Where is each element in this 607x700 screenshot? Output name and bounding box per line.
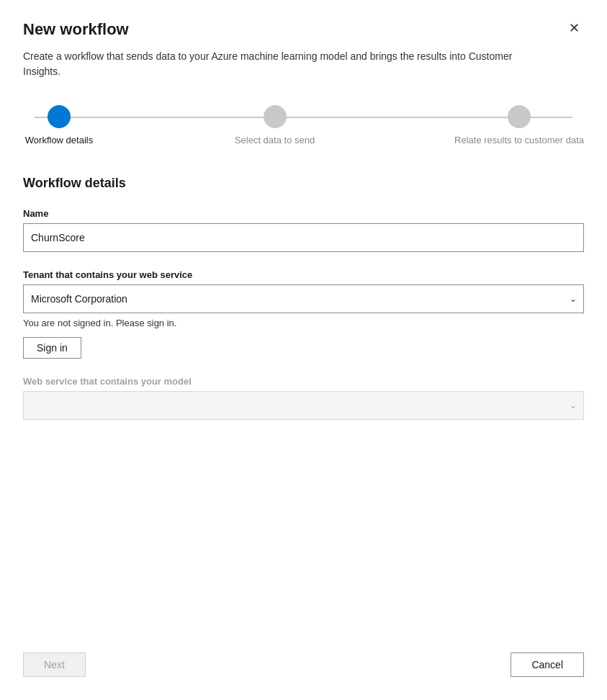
stepper: Workflow details Select data to send Rel…: [23, 105, 584, 147]
step-2-label: Select data to send: [235, 134, 315, 147]
tenant-select-wrapper: Microsoft Corporation ⌄: [23, 284, 584, 313]
step-2-circle: [264, 105, 287, 128]
step-1: Workflow details: [23, 105, 95, 147]
new-workflow-dialog: New workflow ✕ Create a workflow that se…: [0, 0, 607, 700]
step-1-label: Workflow details: [25, 134, 93, 147]
stepper-steps: Workflow details Select data to send Rel…: [23, 105, 584, 147]
step-3: Relate results to customer data: [454, 105, 584, 147]
name-input[interactable]: [23, 223, 584, 252]
web-service-field-group: Web service that contains your model ⌄: [23, 376, 584, 420]
tenant-field-group: Tenant that contains your web service Mi…: [23, 269, 584, 359]
dialog-footer: Next Cancel: [23, 629, 584, 677]
tenant-select[interactable]: Microsoft Corporation: [23, 284, 584, 313]
sign-in-notice: You are not signed in. Please sign in.: [23, 318, 584, 328]
next-button[interactable]: Next: [23, 652, 86, 677]
name-field-group: Name: [23, 208, 584, 252]
step-3-label: Relate results to customer data: [454, 134, 584, 147]
web-service-select-wrapper: ⌄: [23, 391, 584, 420]
cancel-button[interactable]: Cancel: [511, 652, 584, 677]
section-title: Workflow details: [23, 176, 584, 191]
dialog-description: Create a workflow that sends data to you…: [23, 49, 513, 79]
web-service-label: Web service that contains your model: [23, 376, 584, 387]
close-button[interactable]: ✕: [565, 20, 584, 36]
name-label: Name: [23, 208, 584, 219]
step-3-circle: [508, 105, 531, 128]
dialog-header: New workflow ✕: [23, 20, 584, 39]
step-1-circle: [48, 105, 71, 128]
dialog-title: New workflow: [23, 20, 129, 39]
step-2: Select data to send: [235, 105, 315, 147]
web-service-select: [23, 391, 584, 420]
form-section: Workflow details Name Tenant that contai…: [23, 176, 584, 437]
tenant-label: Tenant that contains your web service: [23, 269, 584, 280]
sign-in-button[interactable]: Sign in: [23, 337, 81, 359]
